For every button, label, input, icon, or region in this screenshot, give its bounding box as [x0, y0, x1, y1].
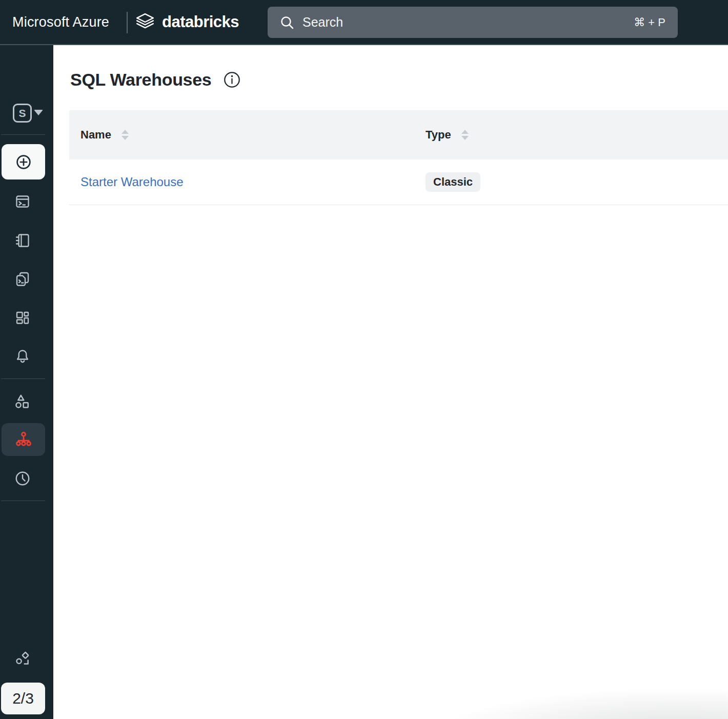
sql-warehouses-icon: [14, 430, 33, 449]
sidebar-item-data[interactable]: [12, 391, 33, 412]
sidebar-item-query-history[interactable]: [12, 468, 33, 489]
warehouse-type-badge: Classic: [426, 172, 480, 192]
sidebar-item-new[interactable]: [2, 144, 45, 179]
data-shapes-icon: [14, 393, 31, 410]
corner-shadow: [441, 683, 728, 719]
clock-icon: [14, 470, 31, 487]
sidebar-item-sql-warehouses[interactable]: [2, 423, 45, 456]
sidebar-divider: [1, 378, 45, 379]
warehouse-name-link[interactable]: Starter Warehouse: [80, 175, 184, 189]
sidebar-item-sql-editor[interactable]: [12, 191, 33, 212]
notebook-icon: [14, 232, 31, 249]
plus-circle-icon: [14, 153, 33, 171]
warehouses-table: Name Type Starter Warehouse Classic: [69, 110, 728, 205]
column-header-type[interactable]: Type: [414, 128, 469, 142]
sidebar: S: [0, 45, 53, 719]
chevron-down-icon[interactable]: [34, 110, 43, 115]
main-content: SQL Warehouses Name Type: [53, 45, 728, 719]
queries-icon: [14, 271, 31, 287]
search-shortcut-hint: ⌘ + P: [634, 16, 665, 29]
top-navigation-bar: Microsoft Azure databricks ⌘ + P: [0, 0, 728, 45]
table-header-row: Name Type: [69, 110, 728, 159]
usage-counter-badge[interactable]: 2/3: [1, 683, 45, 714]
topbar-divider: [127, 12, 128, 33]
sql-editor-icon: [14, 193, 31, 210]
bell-icon: [14, 348, 31, 365]
databricks-logo[interactable]: databricks: [135, 0, 239, 44]
search-icon: [279, 14, 295, 31]
sidebar-item-notebooks[interactable]: [12, 230, 33, 251]
global-search[interactable]: ⌘ + P: [268, 7, 678, 38]
sidebar-item-queries[interactable]: [12, 269, 33, 289]
table-row: Starter Warehouse Classic: [69, 159, 728, 205]
workspace-switcher-badge[interactable]: S: [13, 104, 32, 123]
databricks-wordmark: databricks: [162, 13, 239, 31]
azure-label: Microsoft Azure: [12, 0, 109, 44]
dashboards-icon: [14, 310, 31, 326]
sort-icon[interactable]: [122, 130, 129, 140]
sort-icon[interactable]: [461, 130, 469, 140]
column-header-name[interactable]: Name: [69, 128, 414, 142]
sidebar-divider: [1, 134, 45, 135]
sidebar-item-dashboards[interactable]: [12, 308, 33, 328]
page-title: SQL Warehouses: [70, 70, 211, 90]
info-icon[interactable]: [223, 71, 241, 89]
marketplace-icon: [14, 650, 31, 668]
sidebar-divider: [1, 501, 45, 501]
sidebar-item-marketplace[interactable]: [12, 649, 33, 669]
databricks-stack-icon: [135, 12, 155, 32]
search-input[interactable]: [302, 15, 634, 30]
sidebar-item-alerts[interactable]: [12, 346, 33, 367]
